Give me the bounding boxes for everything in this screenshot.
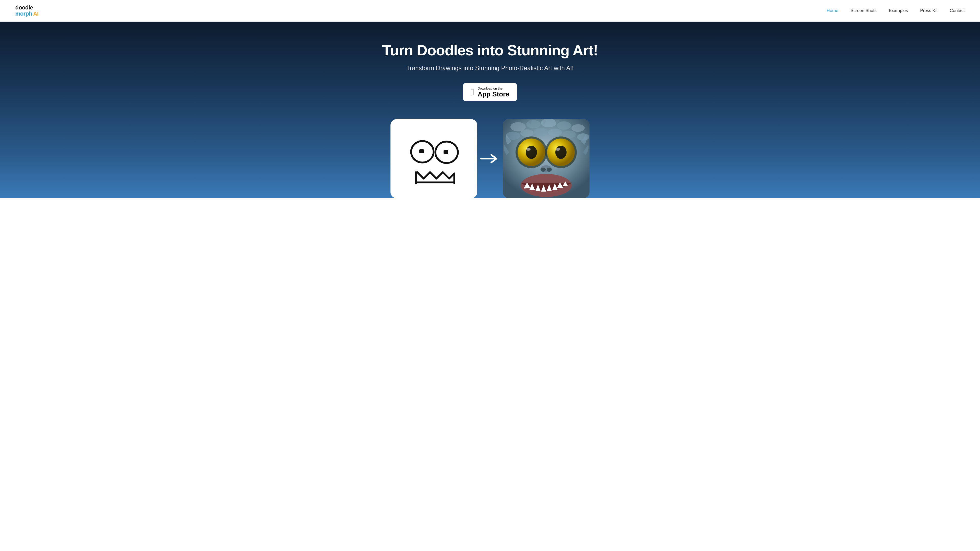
nav-presskit[interactable]: Press Kit: [920, 8, 937, 13]
header: doodle morph AI Home Screen Shots Exampl…: [0, 0, 980, 22]
logo-ai: AI: [33, 11, 38, 17]
app-store-text: Download on the App Store: [477, 86, 509, 98]
svg-point-10: [526, 120, 541, 128]
svg-point-13: [571, 124, 585, 132]
nav-screenshots[interactable]: Screen Shots: [851, 8, 877, 13]
svg-rect-1: [419, 149, 424, 153]
svg-point-23: [526, 148, 531, 151]
svg-point-29: [541, 168, 546, 171]
apple-icon: : [471, 87, 474, 97]
logo-bottom: morph AI: [15, 11, 38, 17]
logo-morph: morph: [15, 11, 32, 17]
doodle-svg: [397, 125, 471, 192]
app-store-small-text: Download on the: [477, 86, 503, 91]
logo: doodle morph AI: [15, 5, 38, 17]
svg-point-22: [526, 146, 537, 159]
svg-point-16: [534, 128, 548, 136]
hero-section: Turn Doodles into Stunning Art! Transfor…: [0, 22, 980, 198]
svg-point-30: [547, 168, 552, 171]
svg-point-26: [555, 146, 566, 159]
hero-title: Turn Doodles into Stunning Art!: [382, 42, 598, 59]
svg-point-15: [520, 129, 534, 137]
svg-point-17: [548, 129, 562, 136]
arrow-icon: [480, 152, 500, 165]
app-store-button[interactable]:  Download on the App Store: [463, 83, 517, 101]
svg-point-12: [557, 121, 571, 130]
hero-subtitle: Transform Drawings into Stunning Photo-R…: [406, 65, 574, 72]
svg-rect-3: [444, 150, 448, 154]
app-store-large-text: App Store: [477, 91, 509, 98]
arrow-container: [477, 152, 503, 165]
monster-face: [503, 119, 590, 198]
monster-svg: [503, 119, 590, 198]
logo-top: doodle: [15, 5, 38, 11]
main-nav: Home Screen Shots Examples Press Kit Con…: [827, 8, 965, 13]
demo-container: [375, 119, 605, 198]
nav-home[interactable]: Home: [827, 8, 838, 13]
nav-examples[interactable]: Examples: [889, 8, 908, 13]
svg-point-27: [555, 148, 560, 151]
doodle-image: [390, 119, 477, 198]
nav-contact[interactable]: Contact: [950, 8, 965, 13]
result-image: [503, 119, 590, 198]
